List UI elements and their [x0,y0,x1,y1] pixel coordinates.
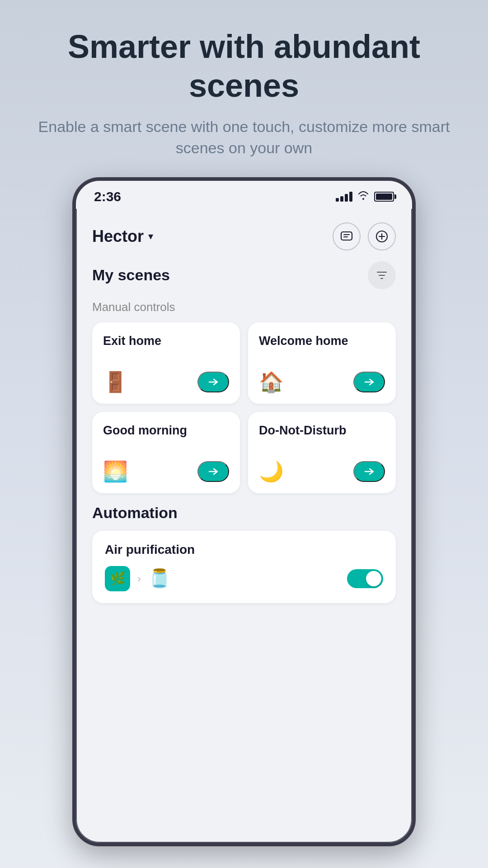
purifier-icon: 🫙 [148,568,171,589]
welcome-home-icon: 🏠 [259,370,284,394]
run-arrow-icon-3 [208,467,218,476]
exit-home-run-button[interactable] [197,372,229,392]
automation-devices: 🌿 › 🫙 [105,566,171,591]
automation-title: Automation [92,504,396,522]
scenes-grid: Exit home 🚪 Welcome home 🏠 [92,322,396,493]
welcome-home-card: Welcome home 🏠 [248,322,396,404]
location-selector[interactable]: Hector ▾ [92,227,153,246]
automation-section: Automation Air purification 🌿 › 🫙 [92,504,396,603]
signal-bar-4 [349,192,352,202]
wifi-icon [357,190,370,203]
good-morning-card: Good morning 🌅 [92,412,240,493]
status-bar: 2:36 [76,181,412,209]
do-not-disturb-card: Do-Not-Disturb 🌙 [248,412,396,493]
good-morning-run-button[interactable] [197,461,229,482]
arrow-right-icon: › [137,572,141,585]
messages-button[interactable] [333,222,361,250]
run-arrow-icon-4 [364,467,374,476]
do-not-disturb-run-button[interactable] [353,461,385,482]
phone-frame: 2:36 [72,177,416,846]
add-button[interactable] [368,222,396,250]
my-scenes-header: My scenes [92,261,396,289]
svg-rect-0 [341,232,352,240]
battery-icon [374,192,394,202]
header-section: Smarter with abundant scenes Enable a sm… [0,0,488,177]
air-purification-card: Air purification 🌿 › 🫙 [92,531,396,603]
filter-button[interactable] [368,261,396,289]
automation-trigger-icon: 🌿 [105,566,130,591]
phone-content: Hector ▾ My scene [76,209,412,844]
exit-home-title: Exit home [103,334,229,348]
exit-home-footer: 🚪 [103,370,229,394]
signal-bar-1 [336,198,339,202]
chevron-down-icon: ▾ [148,231,153,242]
do-not-disturb-title: Do-Not-Disturb [259,424,385,438]
good-morning-footer: 🌅 [103,460,229,483]
status-icons [336,190,394,203]
nav-actions [333,222,396,250]
status-time: 2:36 [94,189,121,204]
good-morning-icon: 🌅 [103,460,128,483]
exit-home-icon: 🚪 [103,370,128,394]
toggle-thumb [366,571,381,586]
main-subtitle: Enable a smart scene with one touch, cus… [27,116,461,159]
my-scenes-title: My scenes [92,266,170,284]
exit-home-card: Exit home 🚪 [92,322,240,404]
signal-bars-icon [336,192,352,202]
welcome-home-run-button[interactable] [353,372,385,392]
air-purification-name: Air purification [105,542,383,557]
manual-controls-label: Manual controls [92,300,396,314]
location-name: Hector [92,227,144,246]
plus-icon [375,230,388,243]
do-not-disturb-icon: 🌙 [259,460,284,483]
run-arrow-icon [208,378,218,386]
good-morning-title: Good morning [103,424,229,438]
signal-bar-2 [340,196,343,202]
automation-card-footer: 🌿 › 🫙 [105,566,383,591]
do-not-disturb-footer: 🌙 [259,460,385,483]
welcome-home-footer: 🏠 [259,370,385,394]
signal-bar-3 [345,194,348,202]
battery-fill [376,193,392,200]
filter-icon [375,269,388,282]
top-nav: Hector ▾ [92,213,396,261]
air-purification-toggle[interactable] [347,569,383,588]
message-icon [340,230,353,243]
welcome-home-title: Welcome home [259,334,385,348]
main-title: Smarter with abundant scenes [27,27,461,105]
leaf-icon: 🌿 [110,571,126,586]
run-arrow-icon-2 [364,378,374,386]
